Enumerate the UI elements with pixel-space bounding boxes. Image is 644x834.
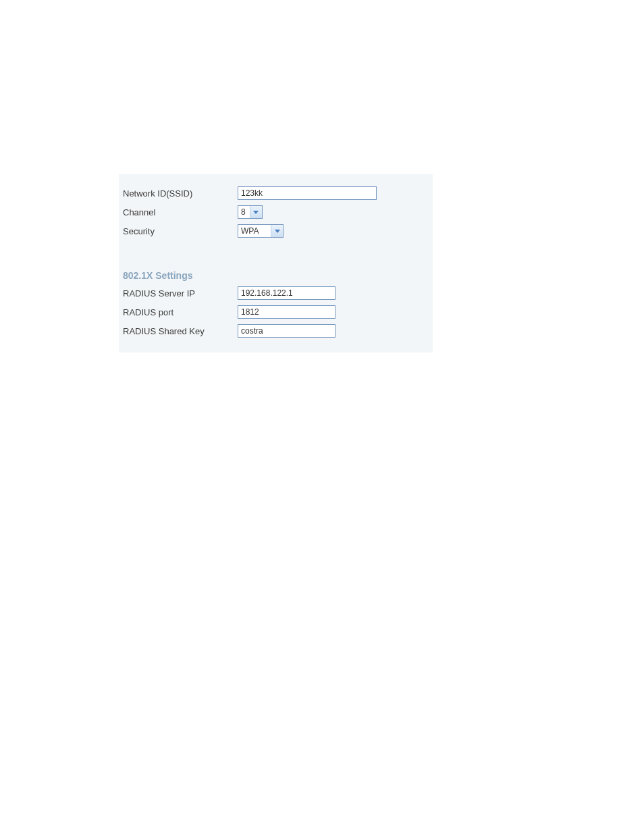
channel-select-button[interactable] [250,206,262,218]
radius-server-ip-row: RADIUS Server IP [123,284,433,303]
security-row: Security WPA [123,221,433,240]
radius-shared-key-input[interactable] [238,324,336,338]
radius-shared-key-row: RADIUS Shared Key [123,321,433,340]
chevron-down-icon [275,230,280,233]
ssid-label: Network ID(SSID) [123,188,238,199]
radius-server-ip-label: RADIUS Server IP [123,288,238,298]
radius-shared-key-label: RADIUS Shared Key [123,326,238,336]
security-select-value: WPA [238,225,271,237]
radius-port-label: RADIUS port [123,307,238,317]
channel-label: Channel [123,207,238,217]
channel-select-value: 8 [238,206,250,218]
radius-server-ip-input[interactable] [238,286,336,300]
security-select[interactable]: WPA [238,224,284,238]
channel-select[interactable]: 8 [238,205,263,219]
chevron-down-icon [253,211,259,214]
security-select-button[interactable] [271,225,283,237]
radius-port-row: RADIUS port [123,303,433,321]
section-title-8021x: 802.1X Settings [123,270,433,281]
security-label: Security [123,226,238,236]
channel-row: Channel 8 [123,203,433,221]
wireless-settings-panel: Network ID(SSID) Channel 8 Security WPA … [119,174,433,353]
ssid-input[interactable] [238,186,377,200]
radius-port-input[interactable] [238,305,336,319]
ssid-row: Network ID(SSID) [123,184,433,203]
